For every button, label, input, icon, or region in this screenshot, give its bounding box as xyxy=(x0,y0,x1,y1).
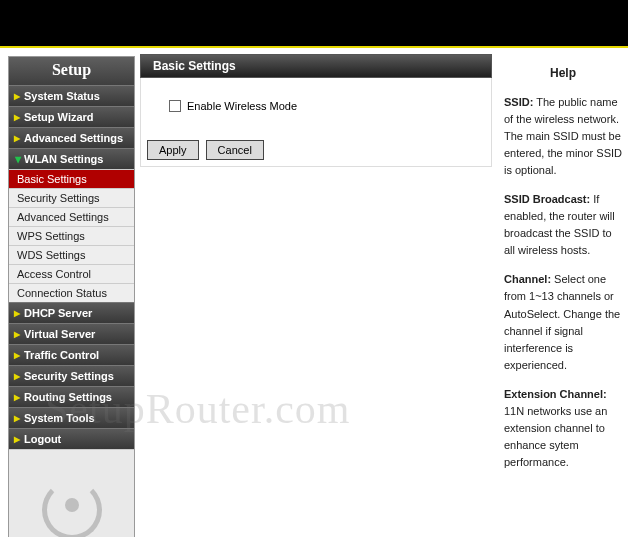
help-extension-channel: Extension Channel: 11N networks use an e… xyxy=(504,386,622,471)
sub-basic-settings[interactable]: Basic Settings xyxy=(9,169,134,188)
page-body: Setup ▶ System Status ▶ Setup Wizard ▶ A… xyxy=(0,48,628,537)
top-black-bar xyxy=(0,0,628,48)
help-ssid: SSID: The public name of the wireless ne… xyxy=(504,94,622,179)
button-row: Apply Cancel xyxy=(141,134,491,166)
arrow-icon: ▶ xyxy=(14,113,20,122)
sub-label: WDS Settings xyxy=(17,249,85,261)
nav-label: Security Settings xyxy=(24,370,114,382)
nav-routing-settings[interactable]: ▶ Routing Settings xyxy=(9,386,134,407)
help-ssid-broadcast: SSID Broadcast: If enabled, the router w… xyxy=(504,191,622,259)
brand-eye-icon xyxy=(42,480,102,538)
main-panel: Basic Settings Enable Wireless Mode Appl… xyxy=(140,54,492,167)
panel-body: Enable Wireless Mode Apply Cancel xyxy=(140,78,492,167)
enable-wireless-label: Enable Wireless Mode xyxy=(187,100,297,112)
sub-access-control[interactable]: Access Control xyxy=(9,264,134,283)
arrow-icon: ▶ xyxy=(14,134,20,143)
sub-label: Security Settings xyxy=(17,192,100,204)
help-title: Help xyxy=(504,66,622,80)
arrow-icon: ▶ xyxy=(14,92,20,101)
arrow-icon: ▶ xyxy=(14,414,20,423)
arrow-icon: ▶ xyxy=(14,351,20,360)
sub-label: Access Control xyxy=(17,268,91,280)
nav-label: Advanced Settings xyxy=(24,132,123,144)
nav-label: System Tools xyxy=(24,412,95,424)
nav-system-status[interactable]: ▶ System Status xyxy=(9,85,134,106)
nav-setup-wizard[interactable]: ▶ Setup Wizard xyxy=(9,106,134,127)
nav-virtual-server[interactable]: ▶ Virtual Server xyxy=(9,323,134,344)
nav-system-tools[interactable]: ▶ System Tools xyxy=(9,407,134,428)
sub-label: WPS Settings xyxy=(17,230,85,242)
nav-label: WLAN Settings xyxy=(24,153,103,165)
arrow-icon: ▶ xyxy=(14,309,20,318)
nav-label: Virtual Server xyxy=(24,328,95,340)
sidebar: Setup ▶ System Status ▶ Setup Wizard ▶ A… xyxy=(8,56,135,537)
arrow-icon: ▶ xyxy=(14,393,20,402)
nav-advanced-settings[interactable]: ▶ Advanced Settings xyxy=(9,127,134,148)
sidebar-title: Setup xyxy=(9,57,134,85)
nav-label: DHCP Server xyxy=(24,307,92,319)
help-channel: Channel: Select one from 1~13 channels o… xyxy=(504,271,622,373)
sub-label: Advanced Settings xyxy=(17,211,109,223)
nav-security-settings[interactable]: ▶ Security Settings xyxy=(9,365,134,386)
sub-label: Connection Status xyxy=(17,287,107,299)
sidebar-logo-area xyxy=(9,449,134,537)
nav-logout[interactable]: ▶ Logout xyxy=(9,428,134,449)
sub-label: Basic Settings xyxy=(17,173,87,185)
nav-dhcp-server[interactable]: ▶ DHCP Server xyxy=(9,302,134,323)
nav-traffic-control[interactable]: ▶ Traffic Control xyxy=(9,344,134,365)
sub-advanced-settings[interactable]: Advanced Settings xyxy=(9,207,134,226)
sub-security-settings[interactable]: Security Settings xyxy=(9,188,134,207)
arrow-icon: ▶ xyxy=(14,372,20,381)
help-panel: Help SSID: The public name of the wirele… xyxy=(492,48,628,483)
sidebar-box: Setup ▶ System Status ▶ Setup Wizard ▶ A… xyxy=(8,56,135,537)
nav-label: Setup Wizard xyxy=(24,111,94,123)
arrow-icon: ▶ xyxy=(14,156,23,162)
enable-wireless-row: Enable Wireless Mode xyxy=(141,78,491,134)
nav-wlan-settings[interactable]: ▶ WLAN Settings xyxy=(9,148,134,169)
nav-label: System Status xyxy=(24,90,100,102)
nav-label: Routing Settings xyxy=(24,391,112,403)
sub-wps-settings[interactable]: WPS Settings xyxy=(9,226,134,245)
arrow-icon: ▶ xyxy=(14,330,20,339)
apply-button[interactable]: Apply xyxy=(147,140,199,160)
arrow-icon: ▶ xyxy=(14,435,20,444)
sub-wds-settings[interactable]: WDS Settings xyxy=(9,245,134,264)
sub-connection-status[interactable]: Connection Status xyxy=(9,283,134,302)
cancel-button[interactable]: Cancel xyxy=(206,140,264,160)
nav-label: Traffic Control xyxy=(24,349,99,361)
panel-title: Basic Settings xyxy=(140,54,492,78)
enable-wireless-checkbox[interactable] xyxy=(169,100,181,112)
nav-label: Logout xyxy=(24,433,61,445)
